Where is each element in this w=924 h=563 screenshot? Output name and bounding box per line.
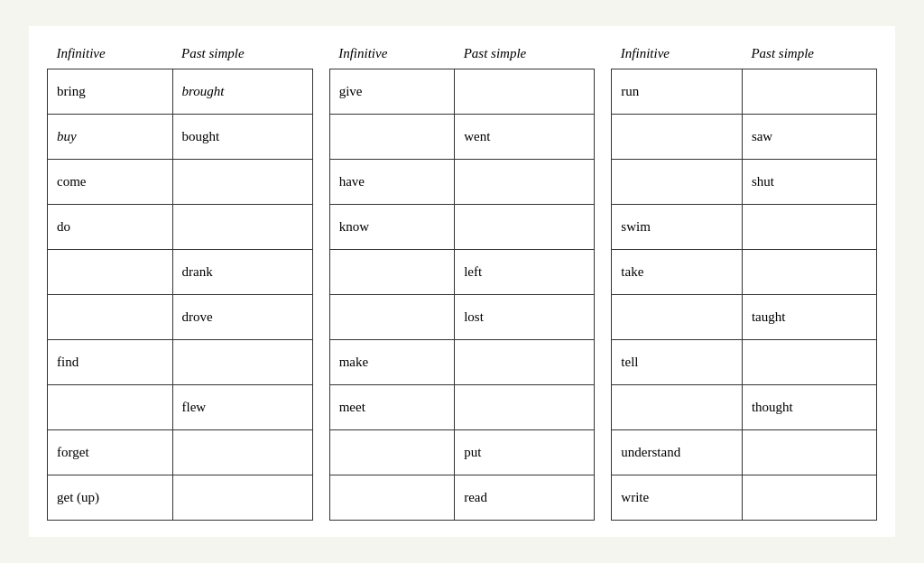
- table3-row6-infinitive: tell: [612, 340, 743, 385]
- table1-row4-past: drank: [172, 250, 312, 295]
- table2-row9-infinitive: [329, 475, 455, 521]
- table3-row1-past: saw: [742, 115, 876, 160]
- table2-row4-past: left: [455, 250, 595, 295]
- table2-row6-infinitive: make: [329, 340, 455, 385]
- table3-row4-past: [742, 250, 876, 295]
- table2-row5-past: lost: [455, 295, 595, 340]
- table1-row5-past: drove: [172, 295, 312, 340]
- table-row: forget: [48, 430, 313, 475]
- table1-row9-past: [172, 475, 312, 521]
- table1-header-infinitive: Infinitive: [48, 42, 173, 69]
- table2-row9-past: read: [455, 475, 595, 521]
- table3-header-past: Past simple: [742, 42, 876, 69]
- table1-row2-infinitive: come: [48, 160, 173, 205]
- table1-row1-infinitive: buy: [48, 115, 173, 160]
- verb-table-3: Infinitive Past simple runsawshutswimtak…: [611, 42, 877, 521]
- separator-2: [595, 42, 611, 521]
- table2-row3-past: [455, 205, 595, 250]
- table-row: understand: [612, 430, 877, 475]
- table1-row3-past: [172, 205, 312, 250]
- table2-row1-past: went: [455, 115, 595, 160]
- table3-row9-infinitive: write: [612, 475, 743, 521]
- table2-header-past: Past simple: [455, 42, 595, 69]
- table3-row2-past: shut: [742, 160, 876, 205]
- table2-row6-past: [455, 340, 595, 385]
- table-row: thought: [612, 385, 877, 430]
- table3-row7-past: thought: [742, 385, 876, 430]
- table1-row1-past: bought: [172, 115, 312, 160]
- table-row: taught: [612, 295, 877, 340]
- table-row: get (up): [48, 475, 313, 521]
- table1-row7-past: flew: [172, 385, 312, 430]
- table-row: left: [329, 250, 595, 295]
- table2-row5-infinitive: [329, 295, 455, 340]
- table2-header-infinitive: Infinitive: [329, 42, 455, 69]
- table1-row8-past: [172, 430, 312, 475]
- table-row: run: [612, 69, 877, 115]
- table-row: write: [612, 475, 877, 521]
- table3-row2-infinitive: [612, 160, 743, 205]
- table3-row0-infinitive: run: [612, 69, 743, 115]
- table3-row5-infinitive: [612, 295, 743, 340]
- table2-row2-past: [455, 160, 595, 205]
- table1-row7-infinitive: [48, 385, 173, 430]
- table-row: know: [329, 205, 595, 250]
- table-row: put: [329, 430, 595, 475]
- table1-row3-infinitive: do: [48, 205, 173, 250]
- table-row: find: [48, 340, 313, 385]
- separator-1: [313, 42, 329, 521]
- table3-row0-past: [742, 69, 876, 115]
- table3-header-infinitive: Infinitive: [612, 42, 743, 69]
- table3-row3-infinitive: swim: [612, 205, 743, 250]
- table1-row9-infinitive: get (up): [48, 475, 173, 521]
- table-row: swim: [612, 205, 877, 250]
- table-row: do: [48, 205, 313, 250]
- table2-row7-infinitive: meet: [329, 385, 455, 430]
- table-row: flew: [48, 385, 313, 430]
- tables-wrapper: Infinitive Past simple bringbroughtbuybo…: [47, 42, 877, 521]
- table-row: give: [329, 69, 595, 115]
- table1-row2-past: [172, 160, 312, 205]
- table-row: drove: [48, 295, 313, 340]
- table-row: tell: [612, 340, 877, 385]
- table-row: shut: [612, 160, 877, 205]
- table1-row0-infinitive: bring: [48, 69, 173, 115]
- table1-row0-past: brought: [172, 69, 312, 115]
- table1-row8-infinitive: forget: [48, 430, 173, 475]
- table3-row1-infinitive: [612, 115, 743, 160]
- table-row: make: [329, 340, 595, 385]
- table2-row1-infinitive: [329, 115, 455, 160]
- table3-row8-past: [742, 430, 876, 475]
- table-row: lost: [329, 295, 595, 340]
- page-container: Infinitive Past simple bringbroughtbuybo…: [29, 26, 895, 537]
- table-row: take: [612, 250, 877, 295]
- table1-row4-infinitive: [48, 250, 173, 295]
- table-row: read: [329, 475, 595, 521]
- table-row: saw: [612, 115, 877, 160]
- table3-row8-infinitive: understand: [612, 430, 743, 475]
- table2-row0-infinitive: give: [329, 69, 455, 115]
- table2-row4-infinitive: [329, 250, 455, 295]
- verb-table-2: Infinitive Past simple givewenthaveknowl…: [329, 42, 596, 521]
- table-row: bringbrought: [48, 69, 313, 115]
- table-row: meet: [329, 385, 595, 430]
- table3-row3-past: [742, 205, 876, 250]
- table1-row6-past: [172, 340, 312, 385]
- table3-row4-infinitive: take: [612, 250, 743, 295]
- table2-row8-infinitive: [329, 430, 455, 475]
- verb-table-1: Infinitive Past simple bringbroughtbuybo…: [47, 42, 313, 521]
- table2-row2-infinitive: have: [329, 160, 455, 205]
- table2-row7-past: [455, 385, 595, 430]
- table-row: come: [48, 160, 313, 205]
- table2-row3-infinitive: know: [329, 205, 455, 250]
- table1-header-past: Past simple: [172, 42, 312, 69]
- table3-row6-past: [742, 340, 876, 385]
- table2-row8-past: put: [455, 430, 595, 475]
- table1-row6-infinitive: find: [48, 340, 173, 385]
- table3-row5-past: taught: [742, 295, 876, 340]
- table-row: buybought: [48, 115, 313, 160]
- table3-row9-past: [742, 475, 876, 521]
- table1-row5-infinitive: [48, 295, 173, 340]
- table3-row7-infinitive: [612, 385, 743, 430]
- table-row: went: [329, 115, 595, 160]
